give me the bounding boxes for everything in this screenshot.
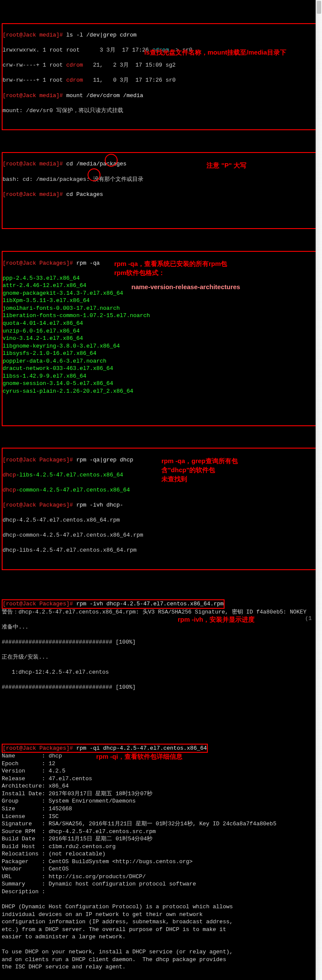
package-name: cyrus-sasl-plain-2.1.26-20.el7_2.x86_64 (3, 388, 319, 395)
cd-error: bash: cd: /media/packages: 没有那个文件或目录 (3, 176, 319, 183)
rpm-prepare: 准备中... (2, 623, 320, 631)
rpm-info-row: Epoch : 12 (2, 760, 320, 768)
section-cd-packages: [root@Jack media]# cd /media/packages ba… (2, 152, 320, 229)
prompt: [root@Jack media]# (3, 32, 63, 38)
rpm-info-row: Packager : CentOS BuildSystem <http://bu… (2, 858, 320, 866)
rpm-info-row: Description : (2, 888, 320, 896)
annotation-rpm-ivh: rpm -ivh，安装并显示进度 (178, 615, 255, 624)
command: mount /dev/cdrom /media (63, 92, 143, 99)
grep-match: dhcp (3, 487, 16, 493)
cdrom-link: cdrom (152, 47, 169, 53)
ls-output: -> sr0 (169, 47, 192, 53)
truncated-text: (1 (305, 615, 312, 623)
package-name: libss-1.42.9-9.el7.x86_64 (3, 372, 319, 380)
rpm-info-row: Release : 47.el7.centos (2, 775, 320, 783)
rpm-file: dhcp-libs-4.2.5-47.el7.centos.x86_64.rpm (3, 546, 319, 554)
circle-p-lower (105, 154, 118, 167)
rpm-installing: 正在升级/安装... (2, 653, 320, 661)
command: cd Packages (63, 191, 103, 198)
rpm-file: dhcp-4.2.5-47.el7.centos.x86_64.rpm (3, 516, 319, 524)
rpm-info-row: Build Date : 2016年11月15日 星期二 01时54分04秒 (2, 835, 320, 843)
circle-p-upper (88, 168, 100, 181)
section-rpm-qa: [root@Jack Packages]# rpm -qa ppp-2.4.5-… (2, 251, 320, 426)
package-name: poppler-data-0.4.6-3.el7.noarch (3, 357, 319, 365)
prompt: [root@Jack media]# (3, 161, 63, 167)
package-name: attr-2.4.46-12.el7.x86_64 (3, 282, 319, 290)
prompt: [root@Jack Packages]# (3, 502, 73, 508)
rpm-info-row: Signature : RSA/SHA256, 2016年11月21日 星期一 … (2, 820, 320, 828)
package-name: libsysfs-2.1.0-16.el7.x86_64 (3, 350, 319, 357)
package-name: -common-4.2.5-47.el7.centos.x86_64 (16, 487, 130, 493)
section-rpm-grep-dhcp: [root@Jack Packages]# rpm -qa|grep dhcp … (2, 448, 320, 570)
scrollbar[interactable] (316, 0, 322, 980)
ls-output: 11, 0 3月 17 17:26 sr0 (83, 77, 176, 83)
prompt: [root@Jack media]# (3, 92, 63, 99)
rpm-info-row: Vendor : CentOS (2, 865, 320, 873)
terminal-output: [root@Jack media]# ls -l /dev|grep cdrom… (0, 0, 322, 980)
rpm-info-row: Name : dhcp (2, 752, 320, 760)
command: rpm -qa|grep dhcp (73, 457, 133, 463)
package-name: -libs-4.2.5-47.el7.centos.x86_64 (16, 472, 123, 478)
prompt: [root@Jack Packages]# (3, 745, 73, 751)
rpm-info-row: Group : System Environment/Daemons (2, 797, 320, 805)
mount-output: mount: /dev/sr0 写保护，将以只读方式挂载 (3, 107, 319, 115)
section-rpm-qi: [root@Jack Packages]# rpm -qi dhcp-4.2.5… (2, 736, 320, 980)
rpm-info-row: Version : 4.2.5 (2, 767, 320, 775)
rpm-progress: ################################# [100%] (2, 638, 320, 646)
ls-output: 21, 2 3月 17 15:09 sg2 (83, 62, 176, 68)
rpm-info-row: Size : 1452668 (2, 805, 320, 813)
rpm-package-line: 1:dhcp-12:4.2.5-47.el7.centos (2, 669, 320, 676)
rpm-info-row: URL : http://isc.org/products/DHCP/ (2, 873, 320, 881)
package-name: unzip-6.0-16.el7.x86_64 (3, 327, 319, 335)
prompt: [root@Jack Packages]# (3, 457, 73, 463)
cdrom-match: cdrom (66, 77, 83, 83)
command: rpm -qa (73, 260, 100, 266)
prompt: [root@Jack Packages]# (3, 260, 73, 266)
rpm-info-row: Install Date: 2017年03月17日 星期五 18时13分07秒 (2, 790, 320, 798)
rpm-info-row: Relocations : (not relocatable) (2, 850, 320, 858)
cdrom-match: cdrom (66, 62, 83, 68)
grep-match: dhcp (3, 472, 16, 478)
rpm-info-row: Build Host : c1bm.rdu2.centos.org (2, 843, 320, 851)
rpm-file: dhcp-common-4.2.5-47.el7.centos.x86_64.r… (3, 531, 319, 539)
prompt: [root@Jack Packages]# (3, 601, 73, 607)
package-name: quota-4.01-14.el7.x86_64 (3, 320, 319, 327)
rpm-description: DHCP (Dynamic Host Configuration Protoco… (2, 903, 320, 971)
rpm-warning: 警告：dhcp-4.2.5-47.el7.centos.x86_64.rpm: … (2, 608, 320, 616)
package-name: libgnome-keyring-3.8.0-3.el7.x86_64 (3, 342, 319, 350)
command: rpm -qi dhcp-4.2.5-47.el7.centos.x86_64 (73, 745, 207, 751)
command: ls -l /dev|grep cdrom (63, 32, 137, 38)
rpm-info-row: Source RPM : dhcp-4.2.5-47.el7.centos.sr… (2, 828, 320, 836)
package-name: gnome-session-3.14.0-5.el7.x86_64 (3, 380, 319, 388)
prompt: [root@Jack media]# (3, 191, 63, 198)
ls-output: lrwxrwxrwx. 1 root root 3 3月 17 17:26 (3, 47, 152, 53)
package-name: liberation-fonts-common-1.07.2-15.el7.no… (3, 312, 319, 320)
rpm-info-row: License : ISC (2, 813, 320, 821)
ls-output: crw-rw----+ 1 root (3, 62, 66, 68)
package-name: jomolhari-fonts-0.003-17.el7.noarch (3, 305, 319, 312)
section-rpm-ivh: [root@Jack Packages]# rpm -ivh dhcp-4.2.… (2, 592, 320, 714)
package-name: gnome-packagekit-3.14.3-7.el7.x86_64 (3, 290, 319, 297)
package-name: vino-3.14.2-1.el7.x86_64 (3, 335, 319, 342)
command: rpm -ivh dhcp- (73, 502, 123, 508)
scrollbar-thumb[interactable] (317, 1, 321, 14)
command: rpm -ivh dhcp-4.2.5-47.el7.centos.x86_64… (73, 601, 224, 607)
rpm-progress: ################################# [100%] (2, 684, 320, 691)
ls-output: brw-rw----+ 1 root (3, 77, 66, 83)
package-name: libXpm-3.5.11-3.el7.x86_64 (3, 297, 319, 305)
rpm-info-row: Architecture: x86_64 (2, 782, 320, 790)
package-name: dracut-network-033-463.el7.x86_64 (3, 365, 319, 372)
rpm-info-row: Summary : Dynamic host configuration pro… (2, 880, 320, 888)
package-name: ppp-2.4.5-33.el7.x86_64 (3, 275, 319, 282)
section-ls-mount: [root@Jack media]# ls -l /dev|grep cdrom… (2, 23, 320, 131)
